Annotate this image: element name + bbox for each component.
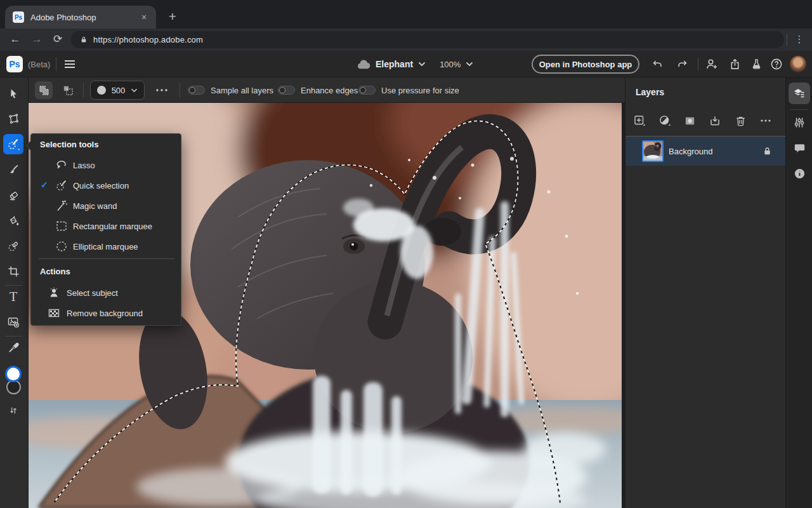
brush-tool[interactable] — [3, 159, 23, 180]
subtract-from-selection-button[interactable] — [59, 81, 77, 99]
user-avatar[interactable] — [790, 56, 806, 72]
tab-title: Adobe Photoshop — [30, 13, 138, 22]
beta-label: (Beta) — [28, 51, 50, 77]
quick-selection-tool[interactable] — [3, 134, 23, 154]
move-tool[interactable] — [3, 83, 23, 104]
share-icon[interactable] — [726, 51, 743, 77]
cloud-icon — [357, 60, 370, 69]
eyedropper-tool[interactable] — [3, 337, 23, 358]
divider — [39, 258, 174, 259]
quick-selection-icon — [55, 179, 68, 192]
rectangular-marquee-icon — [55, 220, 68, 232]
brush-size-value: 500 — [111, 86, 126, 95]
new-tab-button[interactable]: + — [164, 8, 181, 26]
help-icon[interactable] — [768, 51, 785, 77]
group-layers-button[interactable] — [706, 112, 724, 130]
divider — [698, 57, 698, 71]
url-text: https://photoshop.adobe.com — [93, 35, 203, 44]
brush-tip-icon — [97, 86, 106, 95]
address-bar[interactable]: https://photoshop.adobe.com — [71, 31, 784, 48]
layers-panel: Layers — [625, 77, 785, 508]
browser-menu-icon[interactable]: ⋮ — [792, 30, 807, 48]
main-menu-icon[interactable] — [62, 51, 77, 77]
enhance-edges-toggle[interactable] — [278, 86, 295, 95]
divider — [787, 34, 787, 46]
remove-background-icon — [48, 307, 60, 319]
tab-close-icon[interactable]: × — [138, 11, 150, 23]
chevron-down-icon — [418, 62, 426, 67]
panel-rail — [785, 77, 812, 508]
divider — [5, 336, 23, 337]
layers-more-button[interactable] — [757, 112, 775, 130]
undo-button[interactable] — [648, 51, 666, 77]
zoom-level: 100% — [440, 60, 461, 69]
new-layer-button[interactable] — [631, 112, 648, 130]
layer-thumbnail[interactable] — [642, 140, 664, 162]
layer-mask-button[interactable] — [681, 112, 698, 130]
menu-item-quick-selection[interactable]: ✓ Quick selection — [31, 175, 181, 196]
elliptical-marquee-icon — [55, 240, 68, 253]
place-image-tool[interactable] — [3, 312, 23, 332]
menu-title: Selection tools — [40, 140, 98, 149]
browser-tab[interactable]: Ps Adobe Photoshop × — [5, 6, 156, 29]
lock-icon — [80, 36, 88, 44]
select-subject-icon — [48, 286, 60, 299]
swap-colors-icon[interactable] — [3, 400, 23, 420]
delete-layer-button[interactable] — [731, 112, 749, 130]
open-in-photoshop-app-button[interactable]: Open in Photoshop app — [532, 55, 639, 74]
adjustment-layer-button[interactable] — [656, 112, 674, 130]
divider — [790, 109, 808, 110]
menu-item-elliptical-marquee[interactable]: Elliptical marquee — [31, 236, 181, 257]
comments-panel-tab[interactable] — [789, 137, 810, 159]
use-pressure-toggle[interactable] — [358, 86, 376, 95]
divider — [56, 57, 56, 71]
divider — [5, 285, 23, 286]
document-name: Elephant — [376, 59, 413, 69]
forward-button[interactable]: → — [28, 30, 46, 48]
transform-tool[interactable] — [3, 109, 23, 129]
menu-item-rectangular-marquee[interactable]: Rectangular marquee — [31, 216, 181, 236]
info-panel-tab[interactable] — [789, 163, 810, 184]
layers-panel-title: Layers — [636, 87, 664, 97]
check-icon: ✓ — [41, 180, 52, 191]
selection-tools-menu: Selection tools Lasso ✓ Quick selection … — [30, 133, 181, 326]
sample-all-layers-toggle[interactable] — [188, 86, 205, 95]
crop-tool[interactable] — [3, 261, 23, 281]
document-switcher[interactable]: Elephant 100% — [357, 51, 473, 77]
properties-panel-tab[interactable] — [789, 112, 810, 133]
redo-button[interactable] — [674, 51, 691, 77]
fill-tool[interactable] — [3, 210, 23, 231]
enhance-edges-label: Enhance edges — [301, 77, 358, 103]
brush-size-dropdown[interactable]: 500 — [90, 81, 145, 100]
menu-item-remove-background[interactable]: Remove background — [31, 303, 181, 323]
layer-lock-icon[interactable] — [763, 146, 773, 156]
browser-window: Ps Adobe Photoshop × + ← → ⟳ https://pho… — [0, 0, 812, 508]
back-button[interactable]: ← — [6, 30, 24, 48]
layer-name: Background — [669, 137, 712, 166]
menu-item-magic-wand[interactable]: Magic wand — [31, 196, 181, 216]
reload-button[interactable]: ⟳ — [49, 30, 67, 48]
actions-title: Actions — [40, 267, 70, 276]
invite-user-icon[interactable] — [703, 51, 721, 77]
type-tool[interactable]: T — [3, 286, 23, 307]
chevron-down-icon — [131, 88, 138, 93]
more-options-button[interactable] — [153, 81, 171, 99]
tab-strip: Ps Adobe Photoshop × + — [0, 0, 812, 29]
photoshop-logo: Ps — [6, 56, 23, 72]
lasso-icon — [55, 159, 68, 171]
add-to-selection-button[interactable] — [35, 81, 53, 99]
eraser-tool[interactable] — [3, 185, 23, 205]
foreground-color-swatch[interactable] — [5, 366, 22, 382]
menu-item-lasso[interactable]: Lasso — [31, 155, 181, 175]
beaker-icon[interactable] — [747, 51, 765, 77]
sample-all-layers-label: Sample all layers — [211, 77, 273, 103]
use-pressure-label: Use pressure for size — [381, 77, 459, 103]
chevron-down-icon[interactable] — [466, 62, 473, 67]
divider — [83, 83, 84, 98]
layer-row-background[interactable]: Background — [625, 137, 785, 166]
divider — [180, 83, 180, 98]
menu-item-select-subject[interactable]: Select subject — [31, 283, 181, 303]
healing-brush-tool[interactable] — [3, 236, 23, 256]
magic-wand-icon — [55, 199, 68, 212]
layers-panel-tab[interactable] — [789, 83, 810, 104]
